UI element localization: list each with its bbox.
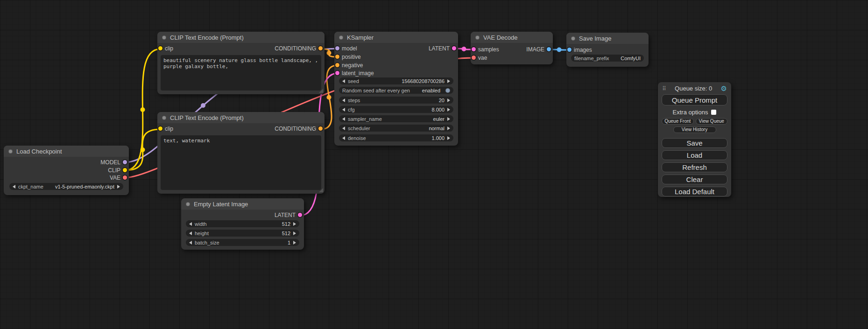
node-header[interactable]: Load Checkpoint [4, 146, 129, 157]
refresh-button[interactable]: Refresh [662, 162, 727, 172]
node-header[interactable]: KSampler [334, 32, 458, 43]
negative-prompt-textarea[interactable]: text, watermark [161, 135, 321, 190]
decrement-arrow-icon[interactable] [342, 126, 345, 130]
node-empty-latent-image[interactable]: Empty Latent Image LATENT width 512 heig… [181, 198, 304, 250]
model-output-port[interactable] [123, 160, 127, 164]
decrement-arrow-icon[interactable] [342, 79, 345, 83]
collapse-dot-icon[interactable] [162, 116, 166, 120]
increment-arrow-icon[interactable] [293, 241, 296, 245]
steps-widget[interactable]: steps 20 [339, 97, 453, 104]
queue-prompt-button[interactable]: Queue Prompt [662, 94, 727, 105]
slot-label: IMAGE [526, 46, 544, 53]
increment-arrow-icon[interactable] [447, 79, 450, 83]
increment-arrow-icon[interactable] [447, 117, 450, 121]
decrement-arrow-icon[interactable] [189, 222, 192, 226]
collapse-dot-icon[interactable] [571, 36, 575, 41]
collapse-dot-icon[interactable] [186, 202, 190, 206]
increment-arrow-icon[interactable] [447, 98, 450, 102]
decrement-arrow-icon[interactable] [13, 185, 15, 189]
decrement-arrow-icon[interactable] [342, 117, 345, 121]
widget-value: 1 [288, 240, 290, 245]
collapse-dot-icon[interactable] [475, 35, 480, 40]
positive-input-port[interactable] [335, 55, 339, 59]
node-header[interactable]: Empty Latent Image [181, 198, 304, 210]
ckpt-name-widget[interactable]: ckpt_name v1-5-pruned-emaonly.ckpt [9, 183, 123, 190]
image-output-port[interactable] [547, 47, 551, 51]
collapse-dot-icon[interactable] [162, 35, 166, 40]
input-slot-images: images [566, 46, 649, 54]
decrement-arrow-icon[interactable] [342, 98, 345, 102]
seed-widget[interactable]: seed 156680208700286 [339, 77, 453, 84]
menu-header: ⠿ Queue size: 0 ⚙ [662, 84, 727, 94]
node-header[interactable]: VAE Decode [471, 32, 553, 43]
clear-button[interactable]: Clear [662, 175, 727, 184]
vae-input-port[interactable] [472, 56, 476, 60]
node-clip-text-encode-positive[interactable]: CLIP Text Encode (Prompt) clip CONDITION… [157, 32, 325, 94]
queue-buttons-row: Queue Front View Queue [662, 118, 727, 125]
drag-handle-icon[interactable]: ⠿ [662, 85, 666, 92]
increment-arrow-icon[interactable] [447, 136, 450, 140]
latent-output-port[interactable] [298, 213, 302, 217]
width-widget[interactable]: width 512 [186, 220, 299, 227]
positive-prompt-textarea[interactable]: beautiful scenery nature glass bottle la… [161, 55, 321, 91]
increment-arrow-icon[interactable] [447, 126, 450, 130]
decrement-arrow-icon[interactable] [189, 241, 192, 245]
slot-label: negative [342, 62, 363, 69]
negative-input-port[interactable] [335, 63, 339, 67]
widget-value: 1.000 [431, 135, 445, 141]
node-header[interactable]: CLIP Text Encode (Prompt) [157, 112, 325, 123]
random-seed-toggle-widget[interactable]: Random seed after every gen enabled [339, 87, 453, 94]
resize-grip[interactable] [319, 89, 323, 93]
conditioning-output-port[interactable] [318, 126, 323, 131]
clip-output-port[interactable] [123, 168, 127, 172]
queue-size-label: Queue size: 0 [675, 85, 712, 92]
toggle-knob-icon[interactable] [445, 88, 450, 93]
decrement-arrow-icon[interactable] [342, 136, 345, 140]
view-history-button[interactable]: View History [673, 126, 716, 133]
conditioning-output-port[interactable] [318, 46, 323, 50]
node-header[interactable]: CLIP Text Encode (Prompt) [157, 32, 325, 43]
view-queue-button[interactable]: View Queue [696, 118, 728, 125]
images-input-port[interactable] [567, 48, 572, 52]
widget-label: batch_size [195, 240, 219, 245]
load-button[interactable]: Load [662, 150, 727, 160]
batch-size-widget[interactable]: batch_size 1 [186, 239, 299, 246]
widget-value: 512 [282, 221, 290, 227]
node-save-image[interactable]: Save Image images filename_prefix ComfyU… [566, 33, 649, 67]
resize-grip[interactable] [319, 188, 323, 192]
filename-prefix-widget[interactable]: filename_prefix ComfyUI [571, 55, 644, 62]
height-widget[interactable]: height 512 [186, 230, 299, 237]
increment-arrow-icon[interactable] [293, 222, 296, 226]
decrement-arrow-icon[interactable] [342, 108, 345, 112]
node-header[interactable]: Save Image [566, 33, 649, 44]
settings-gear-icon[interactable]: ⚙ [721, 85, 727, 92]
cfg-widget[interactable]: cfg 8.000 [339, 106, 453, 113]
collapse-dot-icon[interactable] [8, 149, 13, 154]
scheduler-widget[interactable]: scheduler normal [339, 125, 453, 132]
denoise-widget[interactable]: denoise 1.000 [339, 134, 453, 141]
wire-clip-to-positive [125, 49, 161, 170]
wire-midpoint-dot [557, 48, 562, 52]
decrement-arrow-icon[interactable] [189, 231, 192, 235]
sampler-name-widget[interactable]: sampler_name euler [339, 115, 453, 122]
node-vae-decode[interactable]: VAE Decode samples IMAGE vae [471, 32, 553, 64]
vae-output-port[interactable] [123, 175, 127, 180]
load-default-button[interactable]: Load Default [662, 187, 727, 196]
node-load-checkpoint[interactable]: Load Checkpoint MODEL CLIP VAE ckpt_name… [4, 146, 129, 195]
node-graph-canvas[interactable]: Load Checkpoint MODEL CLIP VAE ckpt_name… [0, 0, 868, 329]
input-slot-negative: negative [334, 62, 458, 69]
save-button[interactable]: Save [662, 138, 727, 148]
slot-label: MODEL [100, 159, 120, 166]
queue-front-button[interactable]: Queue Front [662, 118, 694, 125]
collapse-dot-icon[interactable] [339, 35, 343, 40]
input-slot-vae: vae [471, 54, 553, 62]
increment-arrow-icon[interactable] [117, 185, 120, 189]
widget-label: Random seed after every gen [342, 88, 410, 93]
latent-image-input-port[interactable] [335, 71, 339, 75]
node-clip-text-encode-negative[interactable]: CLIP Text Encode (Prompt) clip CONDITION… [157, 112, 325, 194]
extra-options-checkbox[interactable] [711, 110, 716, 115]
increment-arrow-icon[interactable] [447, 108, 450, 112]
node-ksampler[interactable]: KSampler model LATENT positive negative … [334, 32, 458, 146]
increment-arrow-icon[interactable] [293, 231, 296, 235]
latent-output-port[interactable] [452, 46, 456, 50]
